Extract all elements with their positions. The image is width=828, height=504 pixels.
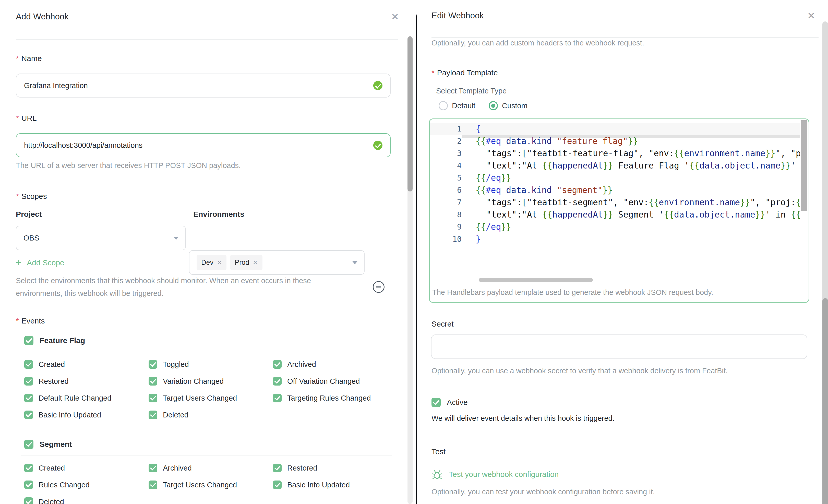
event-checkbox-item[interactable]: Archived (273, 356, 392, 373)
code-line: 2{{#eq data.kind "feature flag"}} (430, 135, 800, 147)
environment-tag[interactable]: Dev✕ (197, 255, 226, 270)
payload-template-editor[interactable]: 1{2{{#eq data.kind "feature flag"}}3 "ta… (429, 119, 810, 303)
editor-horizontal-scrollbar-thumb[interactable] (479, 278, 593, 282)
template-type-radio-default[interactable]: Default (439, 101, 475, 110)
name-input[interactable]: Grafana Integration (16, 74, 390, 97)
active-checkbox-row[interactable]: Active (431, 398, 468, 407)
event-checkbox[interactable] (149, 411, 157, 419)
bug-icon (431, 469, 443, 480)
event-checkbox-item[interactable]: Target Users Changed (149, 476, 273, 493)
code-text: {{/eq}} (475, 221, 800, 233)
event-group: Feature FlagCreatedToggledArchivedRestor… (21, 331, 392, 423)
event-checkbox-label: Deleted (163, 411, 189, 419)
event-checkbox-item[interactable]: Variation Changed (149, 373, 273, 390)
line-number: 7 (430, 196, 462, 209)
event-checkbox-item[interactable]: Off Variation Changed (273, 373, 392, 390)
event-checkbox[interactable] (24, 360, 33, 369)
code-text: {{#eq data.kind "segment"}} (475, 184, 800, 196)
line-number: 3 (430, 147, 462, 160)
code-token: { (475, 124, 481, 134)
environments-select[interactable]: Dev✕Prod✕ (189, 250, 365, 275)
code-text: "text":"At {{happenedAt}} Segment '{{dat… (475, 209, 800, 221)
code-token: ' in (765, 210, 791, 219)
secret-input[interactable] (431, 334, 807, 359)
code-line: 5{{/eq}} (430, 172, 800, 184)
event-checkbox-label: Deleted (39, 498, 64, 504)
required-asterisk: * (16, 192, 19, 201)
remove-scope-icon[interactable] (373, 281, 384, 293)
group-checkbox[interactable] (24, 440, 34, 449)
event-checkbox[interactable] (273, 394, 282, 403)
code-token: {{ (664, 210, 674, 219)
code-line: 7 "tags":["featbit-segment", "env:{{envi… (430, 196, 800, 209)
url-input[interactable]: http://localhost:3000/api/annotations (16, 133, 390, 157)
code-token: {{ (674, 148, 684, 158)
radio-icon[interactable] (439, 101, 448, 110)
environment-tag[interactable]: Prod✕ (230, 255, 262, 270)
project-select[interactable]: OBS (16, 226, 186, 250)
template-type-radio-custom[interactable]: Custom (489, 101, 528, 110)
event-checkbox[interactable] (24, 464, 33, 472)
close-icon[interactable]: ✕ (391, 12, 399, 22)
code-token: #eq (486, 185, 501, 195)
event-checkbox-item[interactable]: Rules Changed (24, 476, 149, 493)
line-number: 5 (430, 172, 462, 184)
code-token: } (475, 234, 481, 244)
close-icon[interactable]: ✕ (807, 11, 815, 20)
line-number: 2 (430, 135, 462, 147)
event-checkbox-item[interactable]: Restored (24, 373, 149, 390)
event-checkbox[interactable] (273, 360, 282, 369)
event-checkbox-item[interactable]: Basic Info Updated (24, 407, 149, 423)
event-checkbox-item[interactable]: Basic Info Updated (273, 476, 392, 493)
event-items-grid: CreatedToggledArchivedRestoredVariation … (21, 352, 392, 423)
event-checkbox-item[interactable]: Archived (149, 460, 273, 476)
event-checkbox-item[interactable]: Created (24, 356, 149, 373)
chevron-down-icon (174, 237, 179, 240)
tag-close-icon[interactable]: ✕ (253, 259, 258, 266)
event-checkbox-item[interactable]: Target Users Changed (149, 390, 273, 407)
event-checkbox[interactable] (24, 394, 33, 403)
event-group-header: Feature Flag (21, 331, 392, 350)
event-checkbox-item[interactable]: Default Rule Changed (24, 390, 149, 407)
group-checkbox[interactable] (24, 336, 34, 345)
right-dialog-scrollbar-thumb[interactable] (822, 298, 828, 504)
tag-close-icon[interactable]: ✕ (217, 259, 222, 266)
event-checkbox[interactable] (24, 411, 33, 419)
code-token: Segment ' (613, 210, 664, 219)
event-checkbox[interactable] (24, 497, 33, 504)
event-checkbox-item[interactable]: Toggled (149, 356, 273, 373)
test-webhook-link[interactable]: Test your webhook configuration (431, 469, 558, 480)
event-checkbox[interactable] (273, 464, 282, 472)
event-checkbox[interactable] (149, 480, 157, 489)
active-checkbox[interactable] (431, 398, 441, 407)
code-lines: 1{2{{#eq data.kind "feature flag"}}3 "ta… (430, 123, 800, 245)
code-token (475, 210, 486, 219)
event-group-name: Segment (40, 440, 72, 449)
event-checkbox-item[interactable]: Created (24, 460, 149, 476)
edit-webhook-title: Edit Webhook (431, 11, 484, 20)
add-scope-button[interactable]: + Add Scope (16, 257, 64, 268)
left-dialog-scrollbar-thumb[interactable] (408, 36, 413, 192)
code-token: }} (501, 173, 511, 183)
event-checkbox[interactable] (149, 464, 157, 472)
event-checkbox[interactable] (273, 377, 282, 385)
editor-vertical-scrollbar-thumb[interactable] (801, 120, 807, 211)
code-token: }} (603, 161, 613, 171)
event-checkbox-item[interactable]: Targeting Rules Changed (273, 390, 392, 407)
radio-icon[interactable] (489, 101, 498, 110)
code-text: "tags":["featbit-segment", "env:{{enviro… (475, 196, 800, 209)
code-token (501, 136, 506, 146)
event-checkbox[interactable] (24, 377, 33, 385)
code-line: 4 "text":"At {{happenedAt}} Feature Flag… (430, 160, 800, 172)
line-number: 9 (430, 221, 462, 233)
event-checkbox[interactable] (149, 377, 157, 385)
event-checkbox[interactable] (149, 394, 157, 403)
event-checkbox[interactable] (273, 480, 282, 489)
event-checkbox-item[interactable]: Restored (273, 460, 392, 476)
event-checkbox-item[interactable]: Deleted (149, 407, 273, 423)
code-token: ' in (791, 161, 800, 171)
event-checkbox[interactable] (149, 360, 157, 369)
event-checkbox-item[interactable]: Deleted (24, 493, 149, 504)
event-checkbox[interactable] (24, 480, 33, 489)
scopes-help-text: Select the environments that this webhoo… (16, 274, 348, 300)
